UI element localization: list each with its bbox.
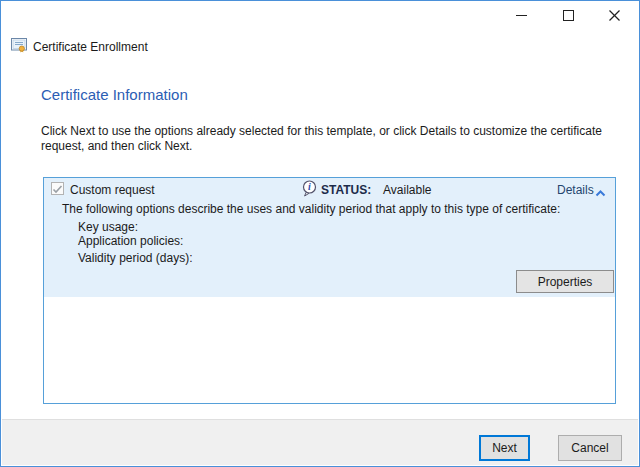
close-button[interactable] (597, 3, 631, 27)
certificate-enrollment-window: Certificate Enrollment Certificate Infor… (0, 0, 640, 467)
app-title: Certificate Enrollment (33, 40, 148, 54)
details-link[interactable]: Details (557, 183, 594, 197)
custom-request-checkbox (51, 182, 64, 195)
checkmark-icon (52, 184, 63, 195)
next-button[interactable]: Next (479, 435, 530, 461)
custom-request-label: Custom request (70, 183, 155, 197)
status-label: STATUS: (321, 183, 371, 197)
close-icon (608, 9, 621, 22)
status-value: Available (383, 183, 431, 197)
application-policies-label: Application policies: (78, 234, 183, 248)
properties-button[interactable]: Properties (516, 270, 614, 293)
validity-period-label: Validity period (days): (78, 251, 193, 265)
key-usage-label: Key usage: (78, 220, 138, 234)
minimize-icon (516, 15, 527, 16)
cancel-button[interactable]: Cancel (558, 435, 622, 461)
page-title: Certificate Information (41, 86, 188, 103)
certificate-icon (11, 38, 28, 56)
chevron-up-icon[interactable] (595, 186, 606, 200)
intro-text: Click Next to use the options already se… (41, 124, 613, 154)
panel-description: The following options describe the uses … (62, 202, 602, 216)
footer-bar (2, 420, 638, 465)
certificate-template-panel: Custom request i STATUS: Available Detai… (43, 177, 616, 404)
maximize-icon (563, 10, 574, 21)
info-icon: i (302, 180, 317, 200)
minimize-button[interactable] (504, 3, 538, 27)
maximize-button[interactable] (551, 3, 585, 27)
svg-text:i: i (308, 181, 311, 192)
